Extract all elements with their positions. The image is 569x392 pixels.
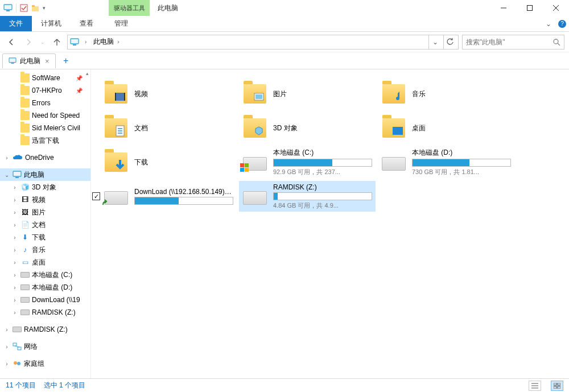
sidebar-pc-child[interactable]: ›DownLoad (\\19	[0, 294, 90, 306]
svg-rect-15	[13, 171, 21, 176]
sidebar-item-label: 桌面	[32, 258, 46, 267]
expander-icon[interactable]: ›	[11, 247, 18, 253]
ribbon-expand-button[interactable]: ⌄	[542, 16, 555, 31]
drive-item[interactable]: 本地磁盘 (D:)730 GB 可用，共 1.81...	[378, 147, 514, 178]
folder-item[interactable]: 文档	[100, 113, 237, 143]
sidebar-item-label: 图片	[32, 208, 46, 217]
folder-item[interactable]: 图片	[239, 79, 376, 109]
sidebar-pc-child[interactable]: ›🧊3D 对象	[0, 181, 90, 193]
back-button[interactable]	[5, 35, 18, 49]
breadcrumb-root[interactable]: ›	[81, 39, 89, 45]
help-button[interactable]: ?	[555, 16, 569, 31]
document-tab[interactable]: 此电脑 ×	[2, 53, 56, 68]
scroll-up-button[interactable]: ▴	[84, 69, 90, 77]
expander-icon[interactable]: ›	[11, 222, 18, 228]
sidebar-pc-child[interactable]: ›⬇下载	[0, 231, 90, 244]
folder-icon	[20, 123, 30, 133]
sidebar-network[interactable]: ›网络	[0, 340, 90, 353]
sidebar-pc-child[interactable]: ›♪音乐	[0, 244, 90, 256]
content-pane[interactable]: 视频图片音乐文档3D 对象桌面下载本地磁盘 (C:)92.9 GB 可用，共 2…	[91, 69, 569, 378]
expander-icon[interactable]: ›	[11, 297, 18, 303]
sidebar-homegroup[interactable]: ›家庭组	[0, 357, 90, 370]
folder-item[interactable]: 下载	[100, 147, 237, 178]
ribbon-tab-manage[interactable]: 管理	[105, 16, 137, 31]
sidebar-quick-item[interactable]: SoftWare📌	[0, 72, 90, 84]
expander-icon[interactable]: ›	[11, 197, 18, 203]
sidebar-pc-child[interactable]: ›本地磁盘 (D:)	[0, 281, 90, 294]
sidebar-quick-item[interactable]: Errors	[0, 97, 90, 109]
expander-icon[interactable]: ›	[11, 184, 18, 191]
folder-item[interactable]: 桌面	[378, 113, 514, 143]
sidebar-pc-child[interactable]: ›🎞视频	[0, 193, 90, 206]
sidebar-item-label: 文档	[32, 220, 46, 230]
sidebar-quick-item[interactable]: 07-HKPro📌	[0, 84, 90, 97]
sidebar-quick-item[interactable]: 迅雷下载	[0, 134, 90, 147]
folder-item[interactable]: 视频	[100, 79, 237, 109]
document-tab-strip: 此电脑 × +	[0, 52, 569, 69]
capacity-bar	[273, 192, 372, 200]
file-tab[interactable]: 文件	[0, 16, 32, 31]
drive-item[interactable]: ✓DownLoad (\\192.168.50.149) (Y:)	[100, 181, 237, 212]
address-dropdown-button[interactable]: ⌄	[428, 35, 441, 49]
item-name: 视频	[134, 89, 233, 99]
svg-line-19	[15, 346, 19, 347]
expander-icon[interactable]: ›	[3, 344, 10, 350]
drive-icon	[20, 297, 30, 303]
sidebar-pc-child[interactable]: ›▭桌面	[0, 256, 90, 269]
ribbon-tab-view[interactable]: 查看	[71, 16, 102, 31]
sidebar-pc-child[interactable]: ›🖼图片	[0, 206, 90, 218]
ribbon-tab-computer[interactable]: 计算机	[32, 16, 71, 31]
search-icon[interactable]	[552, 38, 560, 46]
view-tiles-button[interactable]	[551, 381, 563, 391]
folder-icon	[20, 98, 30, 108]
search-box[interactable]	[462, 35, 564, 49]
forward-button[interactable]	[22, 35, 35, 49]
drive-item[interactable]: 本地磁盘 (C:)92.9 GB 可用，共 237...	[239, 147, 376, 178]
expander-icon[interactable]: ›	[11, 209, 18, 216]
add-tab-button[interactable]: +	[59, 54, 73, 68]
folder-item[interactable]: 3D 对象	[239, 113, 376, 143]
recent-dropdown[interactable]: ⌄	[39, 35, 47, 49]
up-button[interactable]	[50, 35, 64, 49]
close-button[interactable]	[543, 0, 569, 16]
sidebar-pc-child[interactable]: ›RAMDISK (Z:)	[0, 306, 90, 319]
qat-newfolder-icon[interactable]	[31, 4, 39, 12]
search-input[interactable]	[466, 38, 552, 46]
sidebar-quick-item[interactable]: Need for Speed	[0, 109, 90, 122]
sidebar-this-pc[interactable]: ⌄此电脑	[0, 168, 90, 181]
minimize-button[interactable]	[490, 0, 517, 16]
refresh-button[interactable]	[443, 35, 456, 49]
expander-icon[interactable]: ›	[11, 284, 18, 291]
item-name: 本地磁盘 (D:)	[412, 148, 511, 158]
music-icon: ♪	[20, 245, 30, 254]
svg-rect-32	[240, 163, 244, 167]
expander-icon[interactable]: ›	[11, 259, 18, 266]
close-tab-icon[interactable]: ×	[45, 57, 50, 65]
breadcrumb-item[interactable]: 此电脑›	[91, 37, 121, 47]
sidebar-item-label: Errors	[32, 99, 51, 107]
maximize-button[interactable]	[517, 0, 543, 16]
sidebar-quick-item[interactable]: Sid Meier's Civil	[0, 122, 90, 134]
expander-icon[interactable]: ›	[3, 361, 10, 367]
quick-access-toolbar: ▾	[0, 3, 49, 13]
sidebar-pc-child[interactable]: ›📄文档	[0, 218, 90, 231]
expander-icon[interactable]: ›	[11, 310, 18, 316]
picture-icon: 🖼	[20, 208, 30, 217]
sidebar-onedrive[interactable]: ›OneDrive	[0, 151, 90, 164]
expander-icon[interactable]: ›	[11, 234, 18, 241]
drive-item[interactable]: RAMDISK (Z:)4.84 GB 可用，共 4.9...	[239, 181, 376, 212]
expander-icon[interactable]: ›	[3, 327, 10, 333]
expander-icon[interactable]: ›	[3, 155, 10, 161]
view-details-button[interactable]	[529, 381, 541, 391]
qat-properties-icon[interactable]	[20, 4, 28, 12]
sidebar-ramdisk[interactable]: ›RAMDISK (Z:)	[0, 323, 90, 336]
checkbox-icon[interactable]: ✓	[92, 192, 100, 200]
svg-rect-3	[32, 6, 39, 11]
expander-icon[interactable]: ⌄	[3, 172, 10, 178]
folder-item[interactable]: 音乐	[378, 79, 514, 109]
sidebar-pc-child[interactable]: ›本地磁盘 (C:)	[0, 269, 90, 281]
expander-icon[interactable]: ›	[11, 272, 18, 278]
drive-icon	[382, 157, 406, 171]
address-bar[interactable]: › 此电脑› ⌄	[67, 35, 459, 49]
qat-dropdown-icon[interactable]: ▾	[43, 5, 46, 11]
